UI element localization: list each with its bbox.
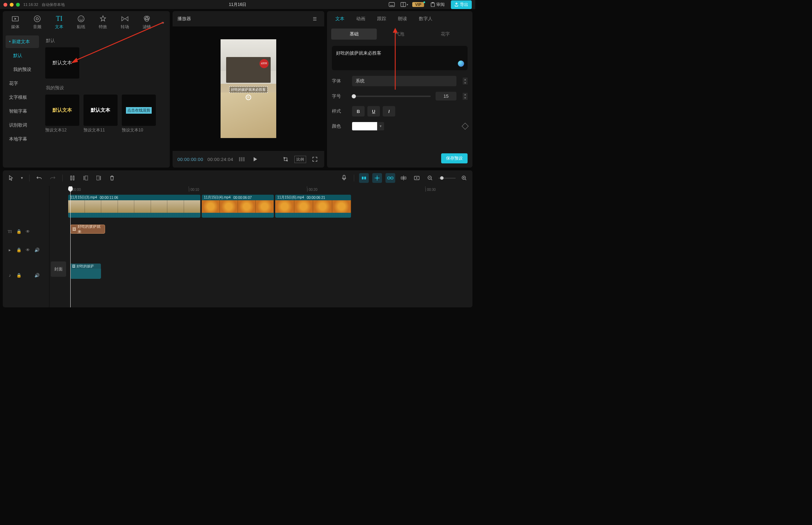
magnet-icon[interactable] <box>359 173 369 183</box>
preview-caption[interactable]: 好吃的披萨就来必胜客 <box>229 87 268 93</box>
zoom-in-icon[interactable] <box>459 173 469 183</box>
layout-icon[interactable]: ▾ <box>400 1 409 8</box>
eye-icon[interactable]: 👁 <box>25 247 31 253</box>
ai-assist-icon[interactable] <box>458 60 464 67</box>
sidebar-item-template[interactable]: 文字模板 <box>6 91 39 104</box>
subtab-fancy[interactable]: 花字 <box>423 29 468 40</box>
chevron-up-icon[interactable]: ▲ <box>463 93 468 96</box>
save-preset-button[interactable]: 保存预设 <box>441 153 468 163</box>
slider-thumb[interactable] <box>352 94 356 98</box>
bold-button[interactable]: B <box>352 106 365 116</box>
crop-icon[interactable] <box>281 155 290 164</box>
timeline-body[interactable]: | 00:00 | 00:10 | 00:20 | 00:30 🖼 好吃的披萨就… <box>68 186 472 307</box>
snap-icon[interactable] <box>372 173 382 183</box>
sidebar-item-fancy[interactable]: 花字 <box>6 77 39 90</box>
lock-icon[interactable]: 🔒 <box>16 247 22 253</box>
tab-tracking[interactable]: 跟踪 <box>372 13 392 25</box>
mute-icon[interactable]: 🔊 <box>34 247 40 253</box>
review-button[interactable]: 审阅 <box>428 1 447 9</box>
sidebar-item-local-caption[interactable]: 本地字幕 <box>6 133 39 145</box>
sidebar-item-lyrics[interactable]: 识别歌词 <box>6 119 39 131</box>
library-content: 默认 默认文本 我的预设 默认文本预设文本12 默认文本预设文本11 点击在线混… <box>42 33 170 168</box>
thumb-default-text[interactable]: 默认文本 <box>45 47 79 79</box>
section-presets-title: 我的预设 <box>46 85 166 91</box>
tab-text-props[interactable]: 文本 <box>330 13 350 25</box>
vip-badge[interactable]: VIP <box>412 2 424 7</box>
fullscreen-icon[interactable] <box>310 155 319 164</box>
sidebar-item-my-presets[interactable]: 我的预设 <box>6 63 39 76</box>
svg-point-8 <box>36 17 39 20</box>
size-input[interactable]: 15 <box>436 92 456 100</box>
image-badge-icon: 🖼 <box>72 227 76 231</box>
font-select[interactable]: 系统 <box>352 76 456 86</box>
minimize-window-icon[interactable] <box>10 3 14 7</box>
timeline-ruler[interactable]: | 00:00 | 00:10 | 00:20 | 00:30 <box>68 186 472 195</box>
tab-effect[interactable]: 特效 <box>92 13 113 32</box>
chevron-down-icon[interactable]: ▼ <box>463 96 468 100</box>
redo-icon[interactable] <box>48 173 57 183</box>
mic-icon[interactable] <box>339 173 349 183</box>
mute-icon[interactable]: 🔊 <box>34 273 40 278</box>
size-stepper[interactable]: ▲▼ <box>463 93 468 100</box>
eye-icon[interactable]: 👁 <box>25 229 31 234</box>
cover-button[interactable]: 封面 <box>51 261 66 277</box>
expand-tabs-icon[interactable]: » <box>158 20 168 25</box>
tab-read-aloud[interactable]: 朗读 <box>392 13 413 25</box>
chevron-up-icon[interactable]: ▲ <box>463 78 468 81</box>
tab-audio[interactable]: 音频 <box>27 13 48 32</box>
trim-right-icon[interactable] <box>94 173 104 183</box>
text-content-input[interactable]: 好吃的披萨就来必胜客 <box>332 46 468 70</box>
keyboard-icon[interactable] <box>387 1 396 8</box>
thumb-preset[interactable]: 点击在线混剪预设文本10 <box>122 95 156 133</box>
sidebar-item-default[interactable]: 默认 <box>6 49 39 62</box>
subtab-bubble[interactable]: 气泡 <box>377 29 422 40</box>
sidebar-item-smart-caption[interactable]: 智能字幕 <box>6 105 39 118</box>
close-window-icon[interactable] <box>3 3 7 7</box>
font-stepper[interactable]: ▲▼ <box>463 78 468 84</box>
video-clip[interactable]: 11月15日(6).mp400:00:06:21 <box>275 195 351 218</box>
keyframe-icon[interactable] <box>462 123 469 130</box>
video-clip[interactable]: 11月15日(3).mp400:00:11:06 <box>68 195 200 218</box>
tab-sticker[interactable]: 贴纸 <box>71 13 92 32</box>
sidebar-item-new-text[interactable]: • 新建文本 <box>6 35 39 48</box>
audio-clip[interactable]: 🖼好吃的披萨 <box>70 264 101 279</box>
export-button[interactable]: 导出 <box>451 0 472 9</box>
lock-icon[interactable]: 🔒 <box>16 229 22 234</box>
chevron-down-icon[interactable]: ▼ <box>463 81 468 84</box>
playhead[interactable] <box>70 186 71 307</box>
video-clip[interactable]: 11月15日(4).mp400:00:06:07 <box>202 195 274 218</box>
underline-button[interactable]: U <box>367 106 380 116</box>
zoom-out-icon[interactable] <box>425 173 435 183</box>
text-clip[interactable]: 🖼 好吃的披萨就来 <box>70 225 105 234</box>
pointer-dropdown-icon[interactable]: ▼ <box>19 173 24 183</box>
zoom-slider[interactable] <box>438 178 456 179</box>
tab-digital-human[interactable]: 数字人 <box>413 13 438 25</box>
delete-icon[interactable] <box>107 173 117 183</box>
thumb-preset[interactable]: 默认文本预设文本11 <box>83 95 118 133</box>
undo-icon[interactable] <box>34 173 44 183</box>
color-swatch[interactable] <box>352 122 377 130</box>
subtab-basic[interactable]: 基础 <box>331 29 377 40</box>
tab-media[interactable]: 媒体 <box>5 13 26 32</box>
pointer-tool-icon[interactable] <box>6 173 16 183</box>
tab-animation[interactable]: 动画 <box>351 13 371 25</box>
tab-text[interactable]: TI文本 <box>49 13 70 32</box>
thumb-preset[interactable]: 默认文本预设文本12 <box>45 95 79 133</box>
player-menu-icon[interactable]: ☰ <box>310 14 319 23</box>
play-button[interactable] <box>250 155 260 164</box>
ratio-button[interactable]: 比例 <box>294 156 306 163</box>
lock-icon[interactable]: 🔒 <box>16 273 22 278</box>
columns-icon[interactable] <box>237 155 246 164</box>
tab-filter[interactable]: 滤镜 <box>136 13 157 32</box>
split-icon[interactable] <box>67 173 77 183</box>
size-slider[interactable] <box>352 96 431 97</box>
tab-transition[interactable]: 转场 <box>114 13 135 32</box>
link-icon[interactable] <box>385 173 395 183</box>
zoom-window-icon[interactable] <box>16 3 20 7</box>
italic-button[interactable]: I <box>383 106 395 116</box>
color-dropdown-icon[interactable]: ▼ <box>377 122 384 130</box>
align-icon[interactable] <box>399 173 408 183</box>
preview-icon[interactable] <box>412 173 422 183</box>
trim-left-icon[interactable] <box>81 173 90 183</box>
player-viewport[interactable]: 必胜客 好吃的披萨就来必胜客 ⟳ <box>173 26 324 151</box>
